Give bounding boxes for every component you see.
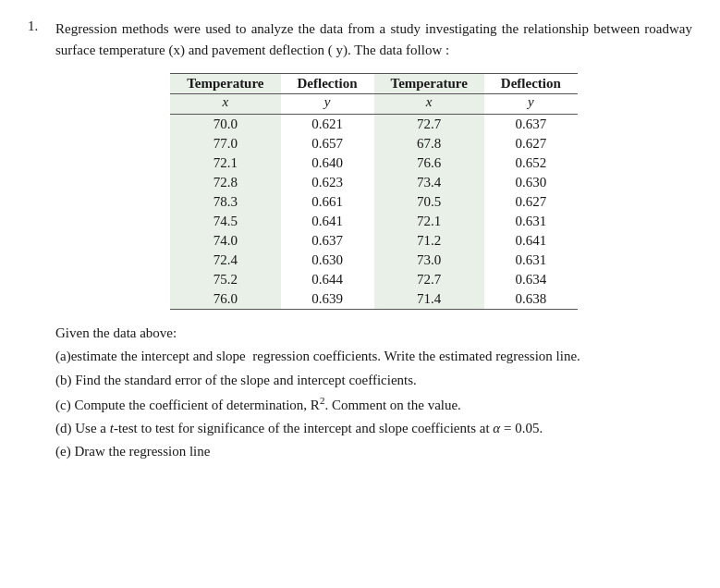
question-b: (b) Find the standard error of the slope… <box>55 370 692 391</box>
subheader-y1: y <box>281 94 374 115</box>
table-cell: 72.4 <box>170 251 280 270</box>
subheader-x2: x <box>374 94 484 115</box>
problem-content: Regression methods were used to analyze … <box>55 18 692 465</box>
table-cell: 0.631 <box>484 251 578 270</box>
table-cell: 67.8 <box>374 134 484 153</box>
table-cell: 77.0 <box>170 134 280 153</box>
table-row: 72.10.64076.60.652 <box>170 153 578 173</box>
table-cell: 70.5 <box>374 192 484 212</box>
table-cell: 0.637 <box>281 231 374 251</box>
table-cell: 0.623 <box>281 173 374 192</box>
table-cell: 75.2 <box>170 270 280 289</box>
questions-section: Given the data above: (a)estimate the in… <box>55 323 692 463</box>
table-cell: 73.0 <box>374 251 484 270</box>
subheader-y2: y <box>484 94 578 115</box>
table-cell: 0.638 <box>484 289 578 310</box>
table-subheader-row: x y x y <box>170 94 578 115</box>
table-cell: 71.2 <box>374 231 484 251</box>
question-d: (d) Use a t-test to test for significanc… <box>55 418 692 439</box>
header-deflection-1: Deflection <box>281 74 374 94</box>
table-row: 77.00.65767.80.627 <box>170 134 578 153</box>
table-cell: 71.4 <box>374 289 484 310</box>
data-table: Temperature Deflection Temperature Defle… <box>170 73 578 310</box>
subheader-x1: x <box>170 94 280 115</box>
table-cell: 76.6 <box>374 153 484 173</box>
table-cell: 72.1 <box>170 153 280 173</box>
question-e: (e) Draw the regression line <box>55 441 692 462</box>
table-cell: 0.657 <box>281 134 374 153</box>
table-cell: 0.644 <box>281 270 374 289</box>
table-row: 78.30.66170.50.627 <box>170 192 578 212</box>
table-header-row: Temperature Deflection Temperature Defle… <box>170 74 578 94</box>
table-row: 72.40.63073.00.631 <box>170 251 578 270</box>
table-row: 74.00.63771.20.641 <box>170 231 578 251</box>
table-cell: 0.637 <box>484 115 578 135</box>
problem-container: 1. Regression methods were used to analy… <box>28 18 692 465</box>
table-cell: 72.1 <box>374 212 484 231</box>
table-cell: 76.0 <box>170 289 280 310</box>
header-temperature-2: Temperature <box>374 74 484 94</box>
question-c: (c) Compute the coefficient of determina… <box>55 393 692 416</box>
table-cell: 0.652 <box>484 153 578 173</box>
table-cell: 0.621 <box>281 115 374 135</box>
table-cell: 0.630 <box>484 173 578 192</box>
table-cell: 70.0 <box>170 115 280 135</box>
header-deflection-2: Deflection <box>484 74 578 94</box>
given-text: Given the data above: <box>55 323 692 344</box>
header-temperature-1: Temperature <box>170 74 280 94</box>
table-cell: 0.661 <box>281 192 374 212</box>
table-cell: 74.5 <box>170 212 280 231</box>
intro-text: Regression methods were used to analyze … <box>55 18 692 60</box>
table-cell: 0.640 <box>281 153 374 173</box>
table-cell: 0.627 <box>484 134 578 153</box>
table-cell: 0.641 <box>281 212 374 231</box>
table-cell: 74.0 <box>170 231 280 251</box>
question-a: (a)estimate the intercept and slope regr… <box>55 346 692 367</box>
table-cell: 72.7 <box>374 115 484 135</box>
table-cell: 0.631 <box>484 212 578 231</box>
table-cell: 0.630 <box>281 251 374 270</box>
table-row: 72.80.62373.40.630 <box>170 173 578 192</box>
table-row: 74.50.64172.10.631 <box>170 212 578 231</box>
table-row: 70.00.62172.70.637 <box>170 115 578 135</box>
table-cell: 0.634 <box>484 270 578 289</box>
table-row: 76.00.63971.40.638 <box>170 289 578 310</box>
table-cell: 72.7 <box>374 270 484 289</box>
table-row: 75.20.64472.70.634 <box>170 270 578 289</box>
table-cell: 72.8 <box>170 173 280 192</box>
table-cell: 73.4 <box>374 173 484 192</box>
problem-number: 1. <box>28 18 55 465</box>
table-cell: 0.641 <box>484 231 578 251</box>
table-body: 70.00.62172.70.63777.00.65767.80.62772.1… <box>170 115 578 310</box>
table-cell: 78.3 <box>170 192 280 212</box>
table-cell: 0.639 <box>281 289 374 310</box>
table-cell: 0.627 <box>484 192 578 212</box>
